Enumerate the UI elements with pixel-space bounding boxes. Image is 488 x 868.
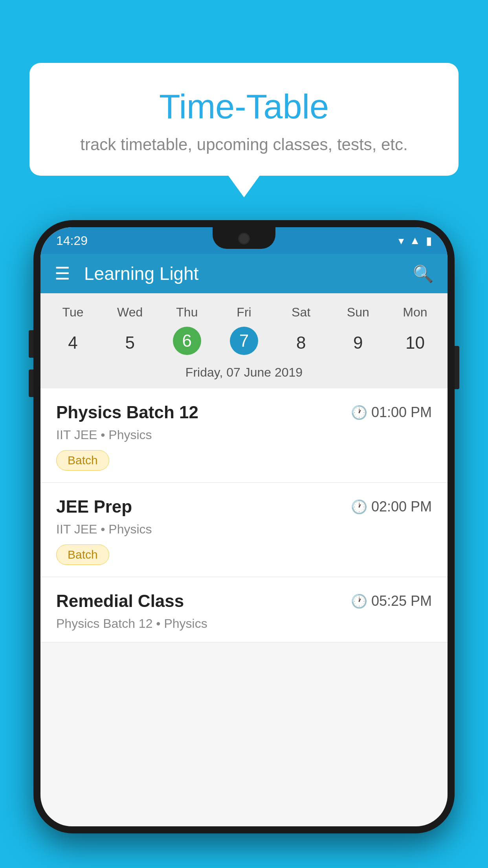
phone-notch — [213, 227, 275, 249]
speech-bubble-container: Time-Table track timetable, upcoming cla… — [29, 63, 459, 176]
date-5[interactable]: 5 — [101, 327, 158, 359]
app-bar: ☰ Learning Light 🔍 — [40, 254, 448, 293]
bubble-subtitle: track timetable, upcoming classes, tests… — [49, 135, 439, 154]
schedule-time-3: 🕐 05:25 PM — [351, 593, 432, 609]
phone-outer: 14:29 ▾ ▲ ▮ ☰ Learning Light 🔍 Tue Wed T… — [33, 220, 455, 833]
selected-date-label: Friday, 07 June 2019 — [40, 359, 448, 388]
day-header-wed: Wed — [101, 301, 158, 324]
battery-icon: ▮ — [426, 234, 432, 247]
schedule-title-3: Remedial Class — [56, 591, 184, 611]
date-6-today[interactable]: 6 — [173, 327, 201, 355]
menu-icon[interactable]: ☰ — [55, 265, 70, 282]
speech-bubble: Time-Table track timetable, upcoming cla… — [29, 63, 459, 176]
schedule-item-header-1: Physics Batch 12 🕐 01:00 PM — [56, 403, 432, 422]
phone-mockup: 14:29 ▾ ▲ ▮ ☰ Learning Light 🔍 Tue Wed T… — [33, 220, 455, 868]
search-icon[interactable]: 🔍 — [413, 264, 433, 283]
schedule-item-header-3: Remedial Class 🕐 05:25 PM — [56, 591, 432, 611]
bubble-title: Time-Table — [49, 86, 439, 127]
date-10[interactable]: 10 — [387, 327, 444, 359]
schedule-subtitle-2: IIT JEE • Physics — [56, 522, 432, 537]
clock-icon-2: 🕐 — [351, 499, 367, 515]
batch-tag-2: Batch — [56, 544, 109, 565]
time-label-2: 02:00 PM — [371, 498, 432, 515]
status-icons: ▾ ▲ ▮ — [398, 234, 432, 247]
day-headers: Tue Wed Thu Fri Sat Sun Mon — [40, 301, 448, 324]
schedule-title-2: JEE Prep — [56, 497, 132, 517]
schedule-item-remedial[interactable]: Remedial Class 🕐 05:25 PM Physics Batch … — [40, 577, 448, 642]
status-time: 14:29 — [56, 234, 88, 248]
schedule-list: Physics Batch 12 🕐 01:00 PM IIT JEE • Ph… — [40, 388, 448, 642]
time-label-1: 01:00 PM — [371, 404, 432, 421]
schedule-title-1: Physics Batch 12 — [56, 403, 198, 422]
schedule-time-2: 🕐 02:00 PM — [351, 498, 432, 515]
date-4[interactable]: 4 — [44, 327, 101, 359]
date-7-selected[interactable]: 7 — [230, 327, 258, 355]
app-title: Learning Light — [84, 263, 413, 284]
schedule-time-1: 🕐 01:00 PM — [351, 404, 432, 421]
date-8[interactable]: 8 — [273, 327, 330, 359]
day-header-thu: Thu — [158, 301, 215, 324]
date-9[interactable]: 9 — [330, 327, 387, 359]
calendar: Tue Wed Thu Fri Sat Sun Mon 4 5 6 7 8 9 … — [40, 293, 448, 388]
time-label-3: 05:25 PM — [371, 593, 432, 609]
power-button — [455, 346, 459, 389]
schedule-item-jee-prep[interactable]: JEE Prep 🕐 02:00 PM IIT JEE • Physics Ba… — [40, 483, 448, 577]
phone-camera — [238, 233, 250, 245]
day-header-sat: Sat — [273, 301, 330, 324]
schedule-item-physics-batch-12[interactable]: Physics Batch 12 🕐 01:00 PM IIT JEE • Ph… — [40, 388, 448, 483]
phone-screen: 14:29 ▾ ▲ ▮ ☰ Learning Light 🔍 Tue Wed T… — [40, 227, 448, 826]
day-numbers: 4 5 6 7 8 9 10 — [40, 327, 448, 359]
wifi-icon: ▾ — [398, 234, 404, 247]
day-header-tue: Tue — [44, 301, 101, 324]
clock-icon-3: 🕐 — [351, 593, 367, 609]
clock-icon-1: 🕐 — [351, 405, 367, 420]
day-header-mon: Mon — [387, 301, 444, 324]
day-header-sun: Sun — [330, 301, 387, 324]
volume-up-button — [29, 330, 33, 358]
signal-icon: ▲ — [409, 234, 420, 247]
schedule-item-header-2: JEE Prep 🕐 02:00 PM — [56, 497, 432, 517]
schedule-subtitle-1: IIT JEE • Physics — [56, 428, 432, 442]
batch-tag-1: Batch — [56, 450, 109, 471]
day-header-fri: Fri — [215, 301, 272, 324]
schedule-subtitle-3: Physics Batch 12 • Physics — [56, 616, 432, 631]
volume-down-button — [29, 370, 33, 397]
